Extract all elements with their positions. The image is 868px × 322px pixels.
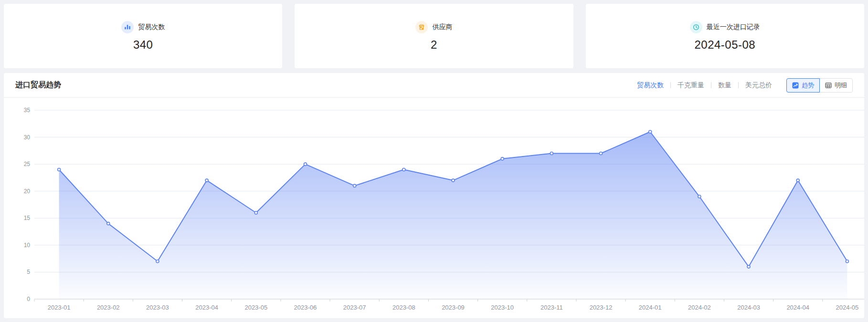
stat-value: 340 (133, 38, 153, 52)
svg-text:2023-05: 2023-05 (244, 304, 267, 311)
detail-view-button[interactable]: 明细 (819, 78, 853, 93)
stats-row: 贸易次数 340 供应商 2 (4, 4, 864, 68)
stat-value: 2024-05-08 (694, 38, 755, 52)
tab-divider (670, 82, 671, 88)
svg-text:2023-06: 2023-06 (294, 304, 317, 311)
clock-icon (690, 21, 702, 33)
import-trend-panel: 进口贸易趋势 贸易次数 千克重量 数量 美元总价 (4, 73, 864, 318)
stat-card-trade-count: 贸易次数 340 (4, 4, 282, 68)
stat-card-header: 供应商 (415, 21, 452, 33)
stat-value: 2 (431, 38, 437, 52)
panel-title: 进口贸易趋势 (15, 80, 61, 90)
svg-text:10: 10 (24, 242, 31, 249)
stat-card-header: 最近一次进口记录 (690, 21, 760, 33)
svg-text:2023-07: 2023-07 (343, 304, 366, 311)
svg-text:15: 15 (24, 215, 31, 221)
svg-text:2023-11: 2023-11 (540, 304, 563, 311)
tab-divider (738, 82, 739, 88)
svg-text:2023-12: 2023-12 (590, 304, 613, 311)
trend-chart-svg: 051015202530352023-012023-022023-032023-… (15, 98, 864, 317)
svg-text:35: 35 (24, 107, 31, 114)
stat-label: 供应商 (432, 23, 452, 31)
shop-icon (415, 21, 428, 33)
svg-text:25: 25 (24, 161, 31, 167)
tab-divider (711, 82, 711, 88)
svg-text:0: 0 (27, 296, 30, 302)
detail-view-label: 明细 (835, 81, 847, 90)
svg-text:2023-09: 2023-09 (442, 304, 465, 311)
trend-icon (792, 82, 799, 89)
svg-text:2023-08: 2023-08 (392, 304, 415, 311)
svg-text:2023-02: 2023-02 (97, 304, 120, 311)
svg-text:2024-04: 2024-04 (786, 304, 809, 311)
stat-card-header: 贸易次数 (121, 21, 165, 33)
svg-text:2024-05: 2024-05 (836, 304, 859, 311)
tab-quantity[interactable]: 数量 (718, 81, 731, 90)
stat-label: 贸易次数 (138, 23, 165, 31)
svg-text:2024-02: 2024-02 (688, 304, 711, 311)
panel-header: 进口贸易趋势 贸易次数 千克重量 数量 美元总价 (4, 73, 864, 98)
svg-text:20: 20 (24, 188, 31, 195)
svg-text:2023-03: 2023-03 (146, 304, 169, 311)
stat-card-last-import: 最近一次进口记录 2024-05-08 (586, 4, 864, 68)
table-icon (825, 82, 832, 89)
trend-view-label: 趋势 (802, 81, 814, 90)
stat-card-suppliers: 供应商 2 (295, 4, 573, 68)
svg-text:2024-03: 2024-03 (737, 304, 760, 311)
metric-tabs: 贸易次数 千克重量 数量 美元总价 (630, 81, 779, 90)
svg-text:2023-04: 2023-04 (195, 304, 218, 311)
panel-controls: 贸易次数 千克重量 数量 美元总价 (630, 78, 853, 93)
svg-text:2024-01: 2024-01 (639, 304, 662, 311)
import-trade-dashboard: 贸易次数 340 供应商 2 (0, 0, 868, 322)
stat-label: 最近一次进口记录 (707, 23, 760, 31)
tab-trade-count[interactable]: 贸易次数 (637, 81, 664, 90)
trend-chart[interactable]: 051015202530352023-012023-022023-032023-… (4, 98, 864, 318)
svg-text:30: 30 (24, 134, 31, 141)
svg-text:2023-10: 2023-10 (491, 304, 514, 311)
svg-text:5: 5 (27, 269, 30, 275)
trend-view-button[interactable]: 趋势 (786, 78, 820, 93)
tab-usd-total[interactable]: 美元总价 (745, 81, 772, 90)
view-toggle: 趋势 明细 (786, 78, 853, 93)
bar-chart-icon (121, 21, 134, 33)
svg-text:2023-01: 2023-01 (48, 304, 71, 311)
tab-kg-weight[interactable]: 千克重量 (677, 81, 704, 90)
